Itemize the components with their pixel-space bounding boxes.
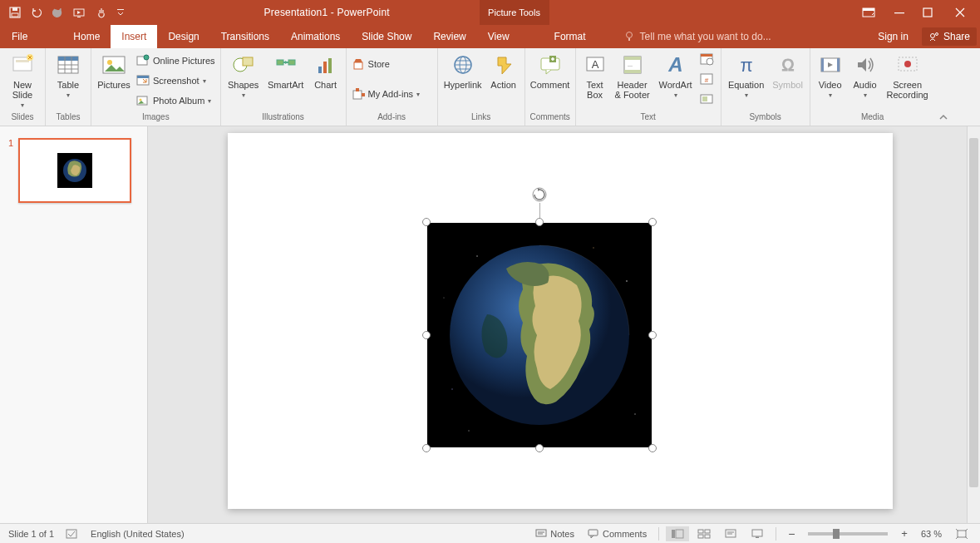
svg-text:π: π — [740, 55, 752, 76]
redo-icon[interactable] — [52, 6, 65, 19]
collapse-ribbon-icon[interactable] — [938, 112, 948, 122]
screen-recording-icon — [894, 52, 921, 78]
close-icon[interactable] — [943, 0, 977, 25]
online-pictures-icon — [136, 54, 150, 67]
slide-canvas[interactable] — [228, 133, 893, 509]
comments-button[interactable]: Comments — [583, 527, 652, 541]
my-addins-button[interactable]: My Add-ins ▾ — [350, 85, 421, 103]
slideshow-view-button[interactable] — [746, 526, 769, 541]
zoom-level[interactable]: 63 % — [916, 529, 947, 539]
text-box-button[interactable]: A Text Box — [579, 50, 611, 111]
normal-view-button[interactable] — [666, 526, 689, 541]
tab-file[interactable]: File — [0, 25, 39, 48]
vertical-scrollbar[interactable] — [967, 126, 980, 523]
action-button[interactable]: Action — [486, 50, 521, 111]
smartart-button[interactable]: SmartArt — [264, 50, 308, 111]
notes-button[interactable]: Notes — [530, 527, 579, 541]
online-pictures-button[interactable]: Online Pictures — [135, 52, 217, 70]
audio-button[interactable]: Audio ▾ — [849, 50, 882, 111]
tab-design[interactable]: Design — [157, 25, 209, 48]
tab-insert[interactable]: Insert — [111, 25, 157, 48]
slide-thumbnail-1[interactable] — [18, 138, 131, 203]
save-icon[interactable] — [8, 6, 22, 19]
new-slide-button[interactable]: New Slide ▾ — [3, 50, 42, 111]
rotate-handle[interactable] — [531, 186, 548, 203]
ribbon-tabs: File Home Insert Design Transitions Anim… — [0, 25, 980, 48]
reading-view-button[interactable] — [719, 526, 742, 541]
photo-album-button[interactable]: Photo Album ▾ — [135, 91, 217, 110]
svg-text:—: — — [628, 63, 633, 68]
resize-handle-mr[interactable] — [648, 331, 657, 339]
fit-to-window-button[interactable] — [950, 526, 973, 541]
resize-handle-ml[interactable] — [422, 331, 431, 339]
svg-point-68 — [626, 280, 628, 282]
screenshot-icon — [136, 74, 150, 87]
svg-rect-34 — [354, 62, 362, 69]
tab-review[interactable]: Review — [422, 25, 476, 48]
zoom-in-button[interactable]: + — [896, 526, 913, 541]
quick-access-toolbar — [0, 6, 175, 19]
qat-customize-icon[interactable] — [116, 6, 125, 19]
resize-handle-bm[interactable] — [535, 444, 544, 452]
zoom-slider[interactable] — [808, 532, 888, 536]
svg-rect-89 — [958, 531, 966, 537]
chart-button[interactable]: Chart — [309, 50, 342, 111]
tab-slideshow[interactable]: Slide Show — [351, 25, 422, 48]
slide-counter[interactable]: Slide 1 of 1 — [8, 529, 54, 539]
store-button[interactable]: Store — [350, 55, 421, 73]
tab-transitions[interactable]: Transitions — [210, 25, 280, 48]
maximize-icon[interactable] — [915, 0, 940, 25]
tab-animations[interactable]: Animations — [280, 25, 351, 48]
equation-button[interactable]: π Equation ▾ — [725, 50, 768, 111]
start-from-beginning-icon[interactable] — [73, 6, 86, 19]
resize-handle-tr[interactable] — [648, 218, 657, 226]
date-time-icon[interactable] — [699, 52, 717, 70]
resize-handle-tl[interactable] — [422, 218, 431, 226]
zoom-slider-thumb[interactable] — [833, 529, 840, 539]
sign-in-link[interactable]: Sign in — [873, 31, 914, 42]
chevron-down-icon: ▾ — [864, 91, 867, 99]
group-tables: Table ▾ Tables — [46, 48, 91, 126]
comment-button[interactable]: Comment — [529, 50, 572, 111]
table-button[interactable]: Table ▾ — [49, 50, 87, 111]
group-media: Video ▾ Audio ▾ Screen Recording Media — [810, 48, 935, 126]
spellcheck-icon[interactable] — [66, 528, 79, 540]
slide-editor[interactable] — [148, 126, 980, 523]
zoom-out-button[interactable]: − — [783, 526, 800, 542]
language-status[interactable]: English (United States) — [91, 529, 185, 539]
svg-rect-35 — [353, 91, 362, 99]
chevron-down-icon: ▾ — [208, 97, 211, 105]
inserted-picture[interactable] — [427, 223, 652, 447]
equation-icon: π — [733, 52, 760, 78]
header-footer-button[interactable]: — Header & Footer — [613, 50, 653, 111]
pictures-button[interactable]: Pictures — [95, 50, 133, 111]
screen-recording-button[interactable]: Screen Recording — [884, 50, 932, 111]
svg-rect-83 — [705, 530, 710, 533]
ribbon-display-options-icon[interactable] — [854, 0, 884, 25]
picture-tools-tab-header: Picture Tools — [480, 0, 549, 25]
svg-text:A: A — [591, 58, 598, 71]
tab-home[interactable]: Home — [62, 25, 111, 48]
minimize-icon[interactable] — [887, 0, 912, 25]
object-icon[interactable] — [699, 91, 717, 110]
slide-sorter-button[interactable] — [692, 526, 716, 541]
screenshot-button[interactable]: Screenshot ▾ — [135, 72, 217, 90]
undo-icon[interactable] — [30, 6, 43, 19]
svg-rect-29 — [277, 60, 283, 65]
tell-me-input[interactable]: Tell me what you want to do... — [640, 31, 771, 42]
scroll-thumb[interactable] — [969, 138, 978, 487]
slide-number-icon[interactable]: # — [699, 72, 717, 90]
resize-handle-bl[interactable] — [422, 444, 431, 452]
share-button[interactable]: Share — [922, 27, 977, 46]
shapes-button[interactable]: Shapes ▾ — [224, 50, 263, 111]
resize-handle-tm[interactable] — [535, 218, 544, 226]
video-button[interactable]: Video ▾ — [814, 50, 847, 111]
hyperlink-button[interactable]: Hyperlink — [441, 50, 485, 111]
touch-mode-icon[interactable] — [95, 6, 108, 19]
tab-view[interactable]: View — [477, 25, 520, 48]
tab-format[interactable]: Format — [535, 25, 605, 48]
ribbon: New Slide ▾ Slides Table ▾ Tables Pictur — [0, 48, 980, 126]
group-slides: New Slide ▾ Slides — [0, 48, 46, 126]
wordart-button[interactable]: A WordArt ▾ — [654, 50, 697, 111]
resize-handle-br[interactable] — [648, 444, 657, 452]
